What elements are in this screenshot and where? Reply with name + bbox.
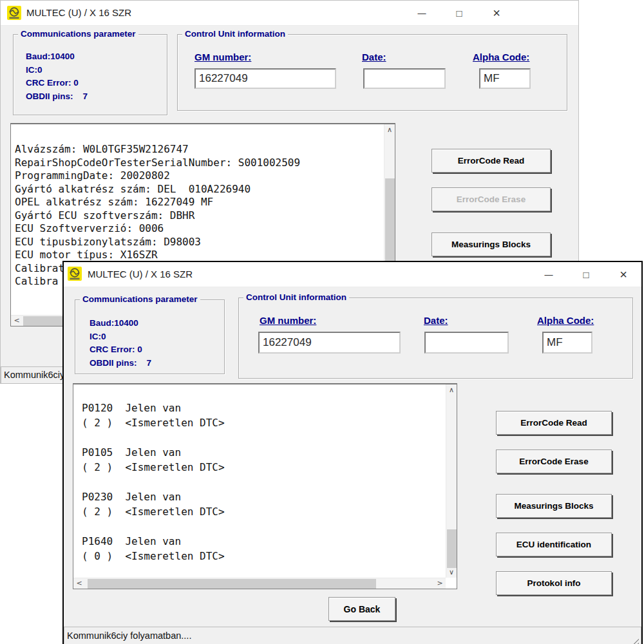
control-unit-information-group: Control Unit information GM number: Date… — [177, 34, 567, 111]
resize-grip-icon[interactable] — [630, 636, 639, 644]
gm-number-input[interactable] — [194, 68, 336, 89]
errorcode-erase-button: ErrorCode Erase — [431, 187, 551, 211]
group-caption: Control Unit information — [182, 29, 288, 39]
date-input[interactable] — [424, 332, 509, 354]
measurings-blocks-button[interactable]: Measurings Blocks — [431, 232, 551, 256]
scroll-right-icon[interactable]: > — [435, 578, 445, 589]
date-input[interactable] — [363, 68, 446, 89]
errorcode-read-button[interactable]: ErrorCode Read — [496, 411, 612, 435]
group-caption: Control Unit information — [243, 292, 349, 302]
titlebar[interactable]: MULTEC (U) / X 16 SZR — □ × — [1, 1, 578, 26]
scroll-down-icon[interactable]: ∨ — [446, 567, 457, 577]
minimize-icon[interactable]: — — [539, 262, 558, 287]
gm-number-label: GM number: — [260, 315, 316, 326]
horizontal-scrollbar[interactable]: < > — [73, 578, 446, 589]
gm-number-label: GM number: — [194, 52, 251, 62]
opel-logo-icon — [7, 6, 21, 20]
communications-parameter-group: Communications parameter Baud:10400 IC:0… — [13, 34, 167, 115]
protokol-info-button[interactable]: Protokol info — [496, 571, 612, 595]
window-multec-front: MULTEC (U) / X 16 SZR — □ × Communicatio… — [62, 261, 643, 644]
close-icon[interactable]: × — [487, 1, 506, 25]
window-title: MULTEC (U) / X 16 SZR — [26, 1, 131, 25]
scroll-up-icon[interactable]: ∧ — [384, 125, 395, 135]
gm-number-input[interactable] — [258, 332, 401, 354]
alpha-code-input[interactable] — [542, 332, 592, 354]
minimize-icon[interactable]: — — [412, 1, 431, 25]
ecu-identification-button[interactable]: ECU identification — [496, 533, 612, 556]
comm-parameter-values: Baud:10400 IC:0 CRC Error: 0 OBDII pins:… — [90, 317, 151, 370]
maximize-icon[interactable]: □ — [576, 262, 596, 287]
maximize-icon[interactable]: □ — [450, 1, 469, 25]
window-title: MULTEC (U) / X 16 SZR — [88, 262, 193, 287]
control-unit-information-group: Control Unit information GM number: Date… — [238, 298, 633, 379]
go-back-button[interactable]: Go Back — [328, 597, 395, 621]
comm-parameter-values: Baud:10400 IC:0 CRC Error: 0 OBDII pins:… — [26, 50, 88, 103]
scroll-left-icon[interactable]: < — [12, 316, 22, 326]
scroll-up-icon[interactable]: ∧ — [446, 385, 457, 395]
group-caption: Communications parameter — [18, 29, 138, 39]
vertical-scrollbar[interactable]: ∧ ∨ — [446, 384, 457, 578]
close-icon[interactable]: × — [614, 262, 633, 287]
log-text: P0120 Jelen van ( 2 ) <Ismeretlen DTC> P… — [82, 384, 445, 577]
horizontal-scrollbar-thumb[interactable] — [88, 579, 376, 589]
date-label: Date: — [362, 52, 386, 62]
error-code-log[interactable]: P0120 Jelen van ( 2 ) <Ismeretlen DTC> P… — [73, 383, 457, 589]
alpha-code-input[interactable] — [479, 68, 531, 89]
vertical-scrollbar-thumb[interactable] — [447, 529, 457, 568]
titlebar[interactable]: MULTEC (U) / X 16 SZR — □ × — [64, 262, 641, 287]
alpha-code-label: Alpha Code: — [537, 315, 594, 326]
measurings-blocks-button[interactable]: Measurings Blocks — [496, 494, 612, 518]
errorcode-erase-button[interactable]: ErrorCode Erase — [496, 450, 612, 473]
desktop: { "icons": { "minimize": "—", "maximize"… — [0, 0, 644, 644]
communications-parameter-group: Communications parameter Baud:10400 IC:0… — [75, 299, 225, 374]
status-text: Kommunik6ciy folyamatban.... — [67, 630, 191, 641]
alpha-code-label: Alpha Code: — [473, 52, 529, 62]
scroll-left-icon[interactable]: < — [74, 578, 84, 589]
group-caption: Communications parameter — [80, 294, 200, 304]
errorcode-read-button[interactable]: ErrorCode Read — [431, 149, 551, 173]
opel-logo-icon — [68, 267, 82, 281]
date-label: Date: — [424, 315, 448, 326]
status-bar: Kommunik6ciy folyamatban.... — [64, 627, 641, 644]
